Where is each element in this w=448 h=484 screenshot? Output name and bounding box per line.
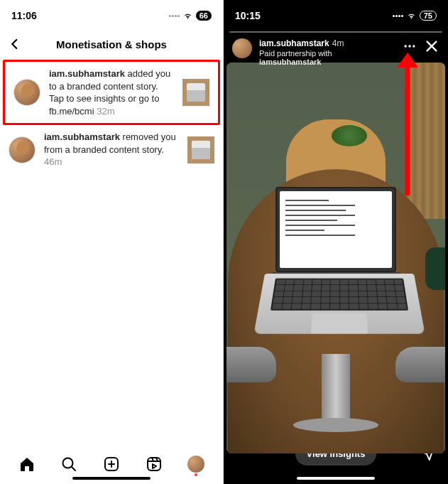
- svg-rect-2: [148, 458, 160, 470]
- home-indicator: [72, 477, 151, 480]
- notification-text: iam.subhamstark removed you from a brand…: [44, 131, 179, 168]
- status-bar-right: 10:15 75: [224, 0, 448, 31]
- notification-text: iam.subhamstark added you to a branded c…: [49, 68, 174, 117]
- story-avatar[interactable]: [232, 38, 252, 58]
- svg-point-4: [408, 45, 410, 47]
- status-time: 10:15: [235, 10, 261, 21]
- home-tab[interactable]: [18, 455, 36, 473]
- reels-tab[interactable]: [145, 455, 163, 473]
- story-header: iam.subhamstark 4m Paid partnership with…: [224, 36, 448, 68]
- search-icon: [60, 456, 77, 473]
- notifications-screen: 11:06 66 Monetisation & shops iam.subham…: [0, 0, 224, 484]
- notification-thumbnail[interactable]: [182, 79, 209, 106]
- notification-item[interactable]: iam.subhamstark added you to a branded c…: [3, 60, 220, 125]
- story-username[interactable]: iam.subhamstark: [259, 38, 329, 48]
- more-options-icon[interactable]: [403, 39, 417, 53]
- page-title: Monetisation & shops: [56, 38, 167, 50]
- battery-indicator: 66: [196, 11, 212, 21]
- profile-tab[interactable]: [187, 455, 205, 473]
- story-progress-bar: [229, 31, 442, 33]
- close-icon[interactable]: [424, 38, 439, 54]
- story-content-image[interactable]: [226, 63, 445, 453]
- story-screen: 10:15 75 iam.subhamstark 4m Paid partner…: [224, 0, 448, 484]
- reels-icon: [146, 456, 163, 473]
- cellular-icon: [169, 15, 180, 17]
- plus-square-icon: [103, 456, 120, 473]
- back-chevron-icon[interactable]: [9, 38, 21, 50]
- story-subtitle: Paid partnership with iamsubhamstark: [259, 49, 395, 66]
- avatar[interactable]: [9, 136, 35, 163]
- notification-dot: [195, 473, 197, 476]
- notification-list: iam.subhamstark added you to a branded c…: [0, 57, 223, 444]
- status-icons: 75: [393, 11, 437, 21]
- notification-thumbnail[interactable]: [187, 136, 214, 163]
- home-icon: [18, 456, 35, 473]
- cellular-icon: [393, 15, 403, 17]
- create-tab[interactable]: [102, 455, 121, 473]
- wifi-icon: [406, 11, 417, 20]
- avatar[interactable]: [13, 79, 40, 106]
- profile-avatar-icon: [187, 456, 204, 473]
- home-indicator: [297, 477, 375, 480]
- status-icons: 66: [169, 11, 212, 21]
- search-tab[interactable]: [60, 455, 78, 473]
- svg-point-3: [405, 45, 407, 47]
- story-meta: iam.subhamstark 4m Paid partnership with…: [259, 38, 395, 66]
- notification-item[interactable]: iam.subhamstark removed you from a brand…: [0, 125, 223, 174]
- status-time: 11:06: [11, 10, 37, 21]
- header: Monetisation & shops: [0, 31, 223, 57]
- status-bar-left: 11:06 66: [0, 0, 223, 31]
- story-time: 4m: [332, 38, 344, 48]
- story-actions: [403, 38, 439, 54]
- wifi-icon: [182, 11, 193, 20]
- svg-point-5: [413, 45, 415, 47]
- battery-indicator: 75: [420, 11, 437, 21]
